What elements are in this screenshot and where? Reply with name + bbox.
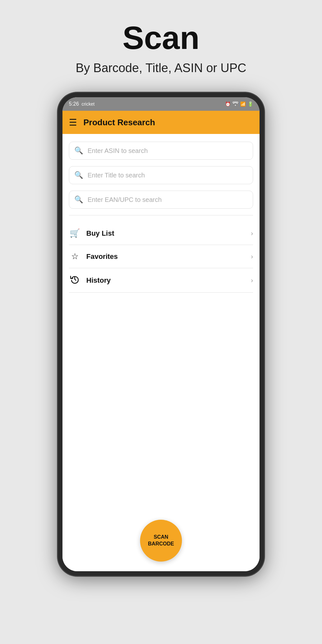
search-icon-upc: 🔍 — [74, 195, 83, 204]
title-search-input[interactable]: 🔍 Enter Title to search — [69, 166, 253, 184]
battery-icon: 🔋 — [248, 101, 253, 107]
phone-shell: 5:26 cricket ⏰ 📶 🔋 ☰ Product R — [58, 93, 264, 576]
history-icon — [69, 275, 80, 286]
favorites-label: Favorites — [86, 252, 251, 261]
page-subtitle: By Barcode, Title, ASIN or UPC — [76, 60, 246, 77]
upc-search-input[interactable]: 🔍 Enter EAN/UPC to search — [69, 191, 253, 209]
history-label: History — [86, 276, 251, 285]
content-area: 🔍 Enter ASIN to search 🔍 Enter Title to … — [62, 134, 260, 571]
status-bar: 5:26 cricket ⏰ 📶 🔋 — [62, 97, 260, 111]
status-icons: ⏰ 📶 🔋 — [225, 101, 253, 107]
wifi-icon — [232, 101, 238, 107]
cart-icon: 🛒 — [69, 228, 80, 238]
alarm-icon: ⏰ — [225, 101, 231, 107]
search-icon-title: 🔍 — [74, 171, 83, 179]
scan-barcode-button[interactable]: SCANBARCODE — [140, 520, 182, 562]
history-arrow: › — [251, 277, 253, 284]
buy-list-label: Buy List — [86, 229, 251, 238]
favorites-item[interactable]: ☆ Favorites › — [69, 245, 253, 268]
buy-list-item[interactable]: 🛒 Buy List › — [69, 222, 253, 245]
status-carrier: cricket — [81, 101, 94, 107]
asin-search-input[interactable]: 🔍 Enter ASIN to search — [69, 142, 253, 160]
app-bar: ☰ Product Research — [62, 111, 260, 134]
title-placeholder: Enter Title to search — [88, 172, 145, 179]
phone-mockup: 5:26 cricket ⏰ 📶 🔋 ☰ Product R — [58, 93, 264, 576]
signal-icon: 📶 — [240, 101, 246, 107]
status-time: 5:26 — [69, 101, 79, 107]
scan-button-text: SCANBARCODE — [148, 534, 174, 547]
buy-list-arrow: › — [251, 230, 253, 237]
asin-placeholder: Enter ASIN to search — [88, 147, 148, 155]
phone-screen: 5:26 cricket ⏰ 📶 🔋 ☰ Product R — [62, 97, 260, 571]
upc-placeholder: Enter EAN/UPC to search — [88, 196, 162, 204]
search-icon-asin: 🔍 — [74, 147, 83, 155]
star-icon: ☆ — [69, 251, 80, 261]
hamburger-icon[interactable]: ☰ — [69, 117, 77, 128]
top-divider — [69, 215, 253, 215]
history-item[interactable]: History › — [69, 268, 253, 292]
divider-3 — [69, 292, 253, 293]
favorites-arrow: › — [251, 253, 253, 260]
page-title: Scan — [122, 19, 199, 56]
app-bar-title: Product Research — [83, 118, 155, 128]
